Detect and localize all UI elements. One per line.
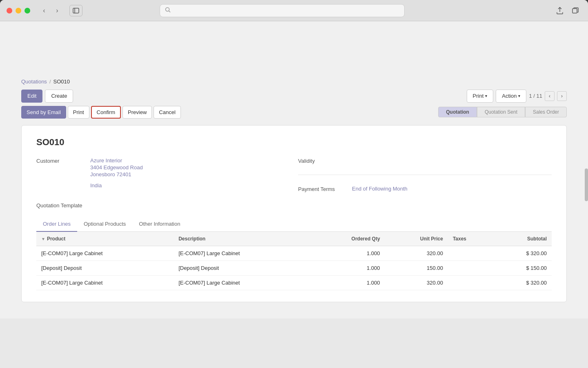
customer-field-row: Customer Azure Interior 3404 Edgewood Ro… [36,157,290,188]
payment-terms-label: Payment Terms [298,186,347,192]
customer-name[interactable]: Azure Interior [90,157,143,164]
payment-terms-value[interactable]: End of Following Month [352,186,408,192]
print-action-button[interactable]: Print [68,106,89,119]
svg-line-3 [169,11,170,13]
forward-button[interactable]: › [51,5,63,16]
sort-icon: ▼ [41,237,45,241]
close-button[interactable] [7,8,12,13]
form-section: Customer Azure Interior 3404 Edgewood Ro… [36,157,552,192]
payment-terms-field-row: Payment Terms End of Following Month [298,186,552,192]
table-header: ▼Product Description Ordered Qty Unit Pr… [36,232,552,246]
maximize-button[interactable] [24,8,30,13]
pipeline-step-quotation-sent[interactable]: Quotation Sent [477,107,525,117]
col-ordered-qty: Ordered Qty [311,232,385,246]
cell-taxes-2 [448,276,493,290]
pagination-prev-button[interactable]: ‹ [545,91,555,101]
cell-description-2: [E-COM07] Large Cabinet [174,276,311,290]
pagination-display: 1 / 11 [529,93,542,99]
customer-value: Azure Interior 3404 Edgewood Road Jonesb… [90,157,143,188]
search-bar[interactable] [160,4,405,17]
cancel-button[interactable]: Cancel [154,106,180,119]
browser-actions [554,5,581,16]
left-field-group: Customer Azure Interior 3404 Edgewood Ro… [36,157,290,192]
quotation-template-label: Quotation Template [36,202,85,209]
back-button[interactable]: ‹ [38,5,50,16]
cell-unit-price-2: 320.00 [385,276,448,290]
cell-ordered-qty-0: 1.000 [311,246,385,261]
svg-rect-4 [572,9,577,13]
order-lines-table: ▼Product Description Ordered Qty Unit Pr… [36,232,552,290]
pagination-next-button[interactable]: › [557,91,567,101]
minimize-button[interactable] [16,8,21,13]
action-button[interactable]: Action ▾ [496,90,526,103]
edit-button[interactable]: Edit [21,90,42,103]
col-product[interactable]: ▼Product [36,232,174,246]
share-button[interactable] [554,5,566,16]
right-field-group: Validity Payment Terms End of Following … [298,157,552,192]
traffic-lights [7,8,30,13]
cell-description-0: [E-COM07] Large Cabinet [174,246,311,261]
validity-label: Validity [298,157,347,164]
breadcrumb-parent-link[interactable]: Quotations [21,79,47,85]
table-row: [Deposit] Deposit [Deposit] Deposit 1.00… [36,261,552,276]
action-toolbar: Send by Email Print Confirm Preview Canc… [21,106,567,119]
status-pipeline: Quotation Quotation Sent Sales Order [438,107,567,117]
tab-order-lines[interactable]: Order Lines [36,217,77,232]
search-icon [165,7,171,14]
print-dropdown-arrow: ▾ [485,93,487,99]
col-description: Description [174,232,311,246]
document-card: SO010 Customer Azure Interior 3404 Edgew… [21,125,567,302]
cell-product-0[interactable]: [E-COM07] Large Cabinet [36,246,174,261]
cell-ordered-qty-1: 1.000 [311,261,385,276]
cell-ordered-qty-2: 1.000 [311,276,385,290]
cell-taxes-0 [448,246,493,261]
main-toolbar: Edit Create Print ▾ Action ▾ 1 / 11 ‹ › [21,90,567,103]
cell-unit-price-1: 150.00 [385,261,448,276]
nav-buttons: ‹ › [38,5,63,16]
breadcrumb-separator: / [49,79,51,85]
svg-point-2 [165,8,169,11]
col-taxes: Taxes [448,232,493,246]
cell-subtotal-0: $ 320.00 [493,246,552,261]
cell-subtotal-2: $ 320.00 [493,276,552,290]
window-button[interactable] [569,5,581,16]
tab-other-information[interactable]: Other Information [132,217,187,232]
cell-product-2[interactable]: [E-COM07] Large Cabinet [36,276,174,290]
print-button[interactable]: Print ▾ [467,90,494,103]
preview-button[interactable]: Preview [122,106,152,119]
col-unit-price: Unit Price [385,232,448,246]
cell-product-1[interactable]: [Deposit] Deposit [36,261,174,276]
pipeline-step-sales-order[interactable]: Sales Order [525,107,567,117]
table-row: [E-COM07] Large Cabinet [E-COM07] Large … [36,276,552,290]
customer-address1[interactable]: 3404 Edgewood Road [90,164,143,171]
cell-taxes-1 [448,261,493,276]
quotation-template-row: Quotation Template [36,202,552,209]
send-email-button[interactable]: Send by Email [21,106,66,119]
tab-optional-products[interactable]: Optional Products [77,217,132,232]
breadcrumb: Quotations / SO010 [21,79,567,85]
breadcrumb-current: SO010 [53,79,70,85]
customer-address2[interactable]: Jonesboro 72401 [90,171,143,177]
col-subtotal: Subtotal [493,232,552,246]
cell-description-1: [Deposit] Deposit [174,261,311,276]
tabs-row: Order Lines Optional Products Other Info… [36,217,552,232]
confirm-button[interactable]: Confirm [91,106,121,119]
pipeline-step-quotation[interactable]: Quotation [438,107,477,117]
customer-label: Customer [36,157,85,164]
cell-unit-price-0: 320.00 [385,246,448,261]
pagination: 1 / 11 ‹ › [529,91,567,101]
cell-subtotal-1: $ 150.00 [493,261,552,276]
table-body: [E-COM07] Large Cabinet [E-COM07] Large … [36,246,552,290]
create-button[interactable]: Create [45,90,73,103]
scrollbar-thumb[interactable] [585,168,588,201]
browser-titlebar: ‹ › [0,0,588,21]
action-dropdown-arrow: ▾ [518,93,520,99]
app-content: Quotations / SO010 Edit Create Print ▾ A… [0,21,588,319]
customer-country[interactable]: India [90,182,143,188]
document-title: SO010 [36,137,552,148]
validity-field-row: Validity [298,157,552,164]
svg-rect-0 [73,8,79,13]
table-row: [E-COM07] Large Cabinet [E-COM07] Large … [36,246,552,261]
sidebar-toggle-button[interactable] [69,5,82,16]
